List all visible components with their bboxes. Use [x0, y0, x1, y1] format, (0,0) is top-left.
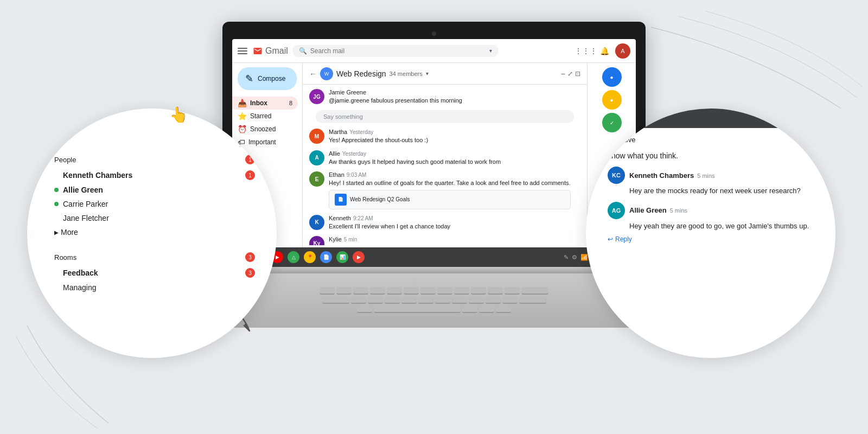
- search-bar[interactable]: 🔍 ▾: [292, 45, 499, 57]
- expand-chat-button[interactable]: ⤢: [567, 70, 573, 78]
- blue-action-button[interactable]: ●: [602, 67, 622, 87]
- right-zoom-circle: e Green − ⤢ ✕ Active ⋮ know what you thi…: [586, 108, 835, 358]
- expand-button[interactable]: ⤢: [813, 114, 818, 122]
- key[interactable]: [505, 287, 520, 295]
- search-input[interactable]: [310, 47, 486, 55]
- gmail-text: Gmail: [265, 46, 288, 56]
- contact-carrie[interactable]: Carrie Parker: [54, 197, 255, 211]
- key[interactable]: [462, 305, 477, 313]
- minimize-button[interactable]: −: [805, 114, 809, 123]
- key[interactable]: [336, 287, 352, 295]
- key[interactable]: [351, 296, 366, 304]
- compose-button[interactable]: ✎ Compose: [238, 67, 297, 90]
- key[interactable]: [357, 305, 372, 313]
- rooms-section: Rooms 3 Feedback 3 Managing: [54, 244, 255, 295]
- contact-feedback[interactable]: Feedback 3: [54, 265, 255, 280]
- play-taskbar-icon[interactable]: ▶: [353, 251, 365, 263]
- chat-header: ← W Web Redesign 34 members ▾ − ⤢ ⊡: [303, 63, 587, 85]
- martha-msg-text: Yes! Appreciated the shout-outs too :): [329, 136, 428, 144]
- chat-popup-actions: − ⤢ ✕: [805, 114, 828, 123]
- key[interactable]: [401, 296, 417, 304]
- ethan-msg-content: Ethan 9:03 AM Hey! I started an outline …: [329, 171, 571, 209]
- key[interactable]: [454, 287, 469, 295]
- key[interactable]: [435, 296, 450, 304]
- kenneth-status-dot: [54, 173, 59, 177]
- kenneth-name: Kenneth Chambers: [63, 171, 132, 180]
- jamie-msg-text: @jamie.greene fabulous presentation this…: [329, 97, 462, 105]
- user-avatar[interactable]: A: [615, 43, 630, 59]
- key[interactable]: [320, 287, 335, 295]
- hamburger-menu[interactable]: [238, 48, 247, 54]
- more-button[interactable]: ▶ More: [54, 225, 255, 239]
- key[interactable]: [502, 296, 518, 304]
- inbox-badge: 8: [289, 100, 292, 106]
- key[interactable]: [418, 296, 433, 304]
- martha-avatar: M: [309, 129, 324, 144]
- managing-dot: [54, 285, 59, 290]
- key[interactable]: [404, 287, 419, 295]
- contact-kenneth[interactable]: Kenneth Chambers 1: [54, 168, 255, 183]
- key[interactable]: [322, 296, 349, 304]
- key[interactable]: [420, 287, 436, 295]
- taskbar-wifi[interactable]: 📶: [580, 254, 588, 261]
- drive-taskbar-icon[interactable]: △: [288, 251, 299, 263]
- msg-row-kylie: Ky Kylie 5 min Looks awesome: [309, 236, 580, 245]
- contact-jane[interactable]: Jane Fletcher: [54, 211, 255, 225]
- taskbar-pencil[interactable]: ✎: [564, 254, 569, 261]
- key[interactable]: [496, 305, 511, 313]
- sidebar-item-snoozed[interactable]: ⏰ Snoozed: [232, 123, 298, 136]
- key[interactable]: [479, 305, 494, 313]
- spacebar[interactable]: [374, 305, 461, 313]
- key[interactable]: [370, 287, 385, 295]
- contact-allie[interactable]: Allie Green: [54, 183, 255, 197]
- reply-button[interactable]: ↩ Reply: [608, 235, 814, 243]
- back-button[interactable]: ←: [309, 69, 317, 78]
- jamie-avatar: JG: [309, 89, 324, 104]
- gmail-m-icon: [252, 46, 264, 56]
- webcam: [432, 31, 436, 36]
- jamie-msg-content: Jamie Greene @jamie.greene fabulous pres…: [329, 89, 462, 105]
- search-dropdown-icon[interactable]: ▾: [489, 48, 492, 54]
- key[interactable]: [486, 296, 501, 304]
- managing-item[interactable]: Managing: [54, 280, 255, 295]
- open-chat-button[interactable]: ⊡: [575, 70, 580, 78]
- key[interactable]: [353, 287, 368, 295]
- people-label: People: [54, 156, 76, 164]
- apps-grid-button[interactable]: ⋮⋮⋮: [578, 43, 593, 59]
- taskbar-settings[interactable]: ⚙: [572, 254, 577, 261]
- allie-status-dot: [54, 188, 59, 192]
- key[interactable]: [521, 287, 548, 295]
- key[interactable]: [488, 287, 503, 295]
- close-button[interactable]: ✕: [821, 114, 828, 123]
- maps-taskbar-icon[interactable]: 📍: [304, 251, 316, 263]
- minimize-chat-button[interactable]: −: [561, 69, 565, 78]
- key[interactable]: [437, 287, 452, 295]
- carrie-status-dot: [54, 202, 59, 206]
- dropdown-icon[interactable]: ▾: [426, 71, 429, 76]
- allie-chat-avatar: A: [309, 150, 324, 165]
- sheets-taskbar-icon[interactable]: 📊: [336, 251, 348, 263]
- key[interactable]: [368, 296, 383, 304]
- key[interactable]: [469, 296, 484, 304]
- key[interactable]: [385, 296, 400, 304]
- file-attachment[interactable]: 📄 Web Redesign Q2 Goals: [329, 190, 571, 209]
- sidebar-item-inbox[interactable]: 📥 Inbox 8: [232, 97, 298, 110]
- key[interactable]: [471, 287, 486, 295]
- file-icon: 📄: [335, 194, 347, 206]
- notifications-button[interactable]: 🔔: [597, 43, 612, 59]
- more-options-button[interactable]: ⋮: [805, 135, 814, 145]
- ethan-sender: Ethan: [329, 171, 344, 178]
- left-zoom-circle: cts + People 1 Kenneth Chambers 1 Allie …: [27, 108, 277, 358]
- yellow-action-button[interactable]: ●: [602, 90, 622, 110]
- blue-icon: ●: [610, 74, 613, 80]
- say-something-1[interactable]: Say something: [316, 110, 574, 123]
- kenneth-sender: KC Kenneth Chambers 5 mins: [608, 167, 814, 184]
- laptop-screen: Gmail 🔍 ▾ ⋮⋮⋮ 🔔 A: [232, 39, 636, 267]
- check-action-button[interactable]: ✓: [602, 113, 622, 132]
- key[interactable]: [452, 296, 467, 304]
- sidebar-item-starred[interactable]: ⭐ Starred: [232, 110, 298, 123]
- kylie-sender: Kylie: [329, 236, 342, 242]
- docs-taskbar-icon[interactable]: 📄: [320, 251, 332, 263]
- key[interactable]: [387, 287, 402, 295]
- key[interactable]: [519, 296, 546, 304]
